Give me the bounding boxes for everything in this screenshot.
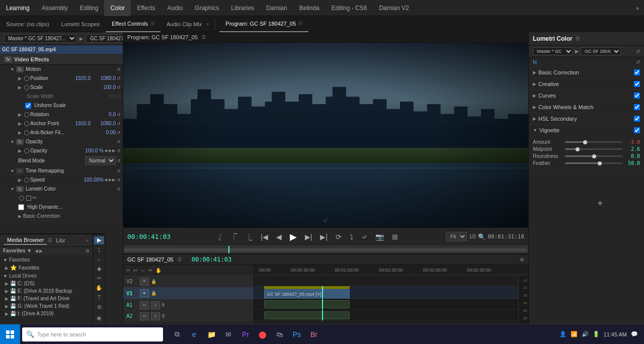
step-fwd-btn[interactable]: ▶| <box>303 232 314 242</box>
nav-effects[interactable]: Effects <box>131 0 161 16</box>
speed-value[interactable]: 100.00% <box>78 177 104 183</box>
opv-collapse[interactable]: ▶ <box>18 148 22 153</box>
position-y[interactable]: 1080.0 <box>91 75 116 81</box>
effect-controls-tab-menu[interactable]: ☰ <box>150 21 154 26</box>
local-drives-section-header[interactable]: ▼ Local Drives <box>1 272 92 280</box>
more-nav-button[interactable]: » <box>631 5 644 11</box>
hand-tool[interactable]: ✋ <box>155 268 162 273</box>
midpoint-slider[interactable] <box>565 148 623 150</box>
pen-tool[interactable]: ✏ <box>148 268 152 273</box>
a1-solo-btn[interactable]: S <box>151 301 160 309</box>
motion-collapse[interactable]: ▼ <box>10 67 15 72</box>
af-collapse[interactable]: ▶ <box>18 130 22 135</box>
hsl-enabled-checkbox[interactable] <box>634 116 640 122</box>
opacity-header-row[interactable]: ▼ fx Opacity ↺ <box>0 137 123 146</box>
mark-out-btn[interactable]: ⎾ <box>228 232 239 242</box>
fit-select[interactable]: Fit <box>446 232 467 241</box>
bottom-tool[interactable]: ◉ <box>94 314 104 322</box>
blend-mode-row[interactable]: Blend Mode Normal ↺ <box>0 155 123 166</box>
favorites-dropdown[interactable]: Favorites ▼ <box>3 248 32 253</box>
nav-graphics[interactable]: Graphics <box>189 0 225 16</box>
drive-c-item[interactable]: ▶ 💾 C: (OS) <box>1 280 92 287</box>
rp-clip-dropdown[interactable]: GC SF 180427_05 *... <box>581 47 621 55</box>
master-clip-dropdown[interactable]: Master * GC SF 180427... <box>4 34 76 43</box>
lumetri-menu-btn[interactable]: ☰ <box>576 36 580 41</box>
speed-row[interactable]: ▶ Speed 100.00% ◀ ◆ ▶ ↺ <box>0 176 123 185</box>
clip-label-row[interactable]: GC SF 180427_05.mp4 <box>0 45 123 54</box>
nav-editing-cs6[interactable]: Editing - CS6 <box>326 0 373 16</box>
rp-basic-correction-header[interactable]: ▶ Basic Correction <box>529 67 644 78</box>
program-menu[interactable]: ☰ <box>202 35 206 40</box>
a2-mute-btn[interactable]: M <box>140 312 149 320</box>
speed-kf-left[interactable]: ◀ <box>104 178 107 182</box>
ap-reset[interactable]: ↺ <box>117 121 121 126</box>
play-btn[interactable]: ▶ <box>288 230 299 243</box>
media-browser-tab[interactable]: Media Browser <box>4 236 47 245</box>
rotation-value[interactable]: 0.0 <box>91 112 116 117</box>
feather-slider[interactable] <box>565 162 623 164</box>
opacity-kf-left[interactable]: ◀ <box>104 148 107 153</box>
panel-tab-audio-clip-mix[interactable]: Audio Clip Mix » <box>160 16 215 32</box>
ap-y[interactable]: 1080.0 <box>91 121 116 126</box>
lumetri-color-header[interactable]: ▼ fx Lumetri Color ↺ <box>0 185 123 194</box>
tb-sound-icon[interactable]: 🔊 <box>582 331 589 337</box>
roundness-thumb[interactable] <box>592 154 596 158</box>
taskbar-edge[interactable]: e <box>186 324 202 345</box>
preview-timecode[interactable]: 00:00:41:03 <box>127 233 171 240</box>
pos-reset[interactable]: ↺ <box>117 76 121 81</box>
ap-x[interactable]: 1920.0 <box>65 121 91 126</box>
opacity-val[interactable]: 100.0 % <box>78 148 104 153</box>
favorites-nav-right[interactable]: ▶ <box>39 248 43 253</box>
drive-e-item[interactable]: ▶ 💾 E: (Drive A 2018 Backup <box>1 287 92 295</box>
af-reset[interactable]: ↺ <box>117 130 121 135</box>
taskbar-photoshop[interactable]: Ps <box>289 324 305 345</box>
af-value[interactable]: 0.00 <box>91 130 116 135</box>
mb-expand[interactable]: » <box>86 238 89 243</box>
nav-belinda[interactable]: Belinda <box>293 0 326 16</box>
time-remapping-header[interactable]: ▼ fx Time Remapping ↺ <box>0 166 123 176</box>
slip-tool-btn[interactable]: ◆ <box>94 265 104 273</box>
favorites-nav-left[interactable]: ◀ <box>35 248 38 253</box>
taskbar-premiere[interactable]: Pr <box>237 324 254 345</box>
slip-tool[interactable]: ↔ <box>140 268 145 273</box>
taskbar-explorer[interactable]: 📁 <box>203 324 219 345</box>
libr-tab[interactable]: Libr <box>53 236 68 244</box>
hand-tool-btn[interactable]: ✋ <box>94 284 104 292</box>
selection-tool[interactable]: ▶ <box>94 236 104 244</box>
taskbar-mail[interactable]: ✉ <box>220 324 236 345</box>
v2-eye-btn[interactable]: 👁 <box>140 278 149 286</box>
speed-kf-right[interactable]: ▶ <box>112 178 115 182</box>
tb-people-icon[interactable]: 👤 <box>559 331 567 337</box>
timeline-timecode[interactable]: 00:00:41:03 <box>192 256 231 263</box>
motion-reset[interactable]: ↺ <box>117 67 121 72</box>
position-x[interactable]: 1920.0 <box>65 75 91 81</box>
v1-lock-btn[interactable]: 🔒 <box>151 291 156 296</box>
favorites-item[interactable]: ▶ ⭐ Favorites <box>1 264 92 272</box>
rp-curves-header[interactable]: ▶ Curves <box>529 90 644 101</box>
motion-header-row[interactable]: ▼ fx Motion ↺ <box>0 65 123 74</box>
amount-slider[interactable] <box>565 141 623 143</box>
tr-collapse[interactable]: ▼ <box>10 168 15 174</box>
position-row[interactable]: ▶ Position 1920.0 1080.0 ↺ <box>0 74 123 83</box>
rp-master-dropdown[interactable]: Master * GC SF 180427... <box>533 47 573 55</box>
scale-reset[interactable]: ↺ <box>117 85 121 90</box>
rp-reset-master[interactable]: ↺ <box>636 49 640 54</box>
opacity-value-row[interactable]: ▶ Opacity 100.0 % ◀ ◆ ▶ ↺ <box>0 146 123 155</box>
panel-expand-btn[interactable]: » <box>206 22 209 27</box>
a2-mic-btn[interactable]: 🎙 <box>161 313 166 319</box>
tl-menu[interactable]: ☰ <box>178 257 182 262</box>
panel-tab-lumetri-scopes[interactable]: Lumetri Scopes <box>55 16 106 32</box>
amount-thumb[interactable] <box>583 140 587 144</box>
nav-damian[interactable]: Damian <box>260 0 293 16</box>
mark-clip-btn[interactable]: ⎿ <box>244 232 255 242</box>
drive-f-item[interactable]: ▶ 💾 F: (Travel and Art Drive <box>1 295 92 302</box>
nav-damian-v2[interactable]: Damian V2 <box>373 0 415 16</box>
nav-color[interactable]: Color <box>104 0 131 16</box>
scale-value[interactable]: 100.0 <box>91 84 116 90</box>
lc-reset[interactable]: ↺ <box>117 187 121 192</box>
pen-tool-btn[interactable]: ✏ <box>94 275 104 283</box>
a1-clip[interactable] <box>264 300 350 308</box>
scale-collapse[interactable]: ▶ <box>18 85 22 90</box>
go-in-btn[interactable]: |◀ <box>259 232 270 242</box>
forward-tool[interactable]: ⤵ <box>94 246 104 254</box>
